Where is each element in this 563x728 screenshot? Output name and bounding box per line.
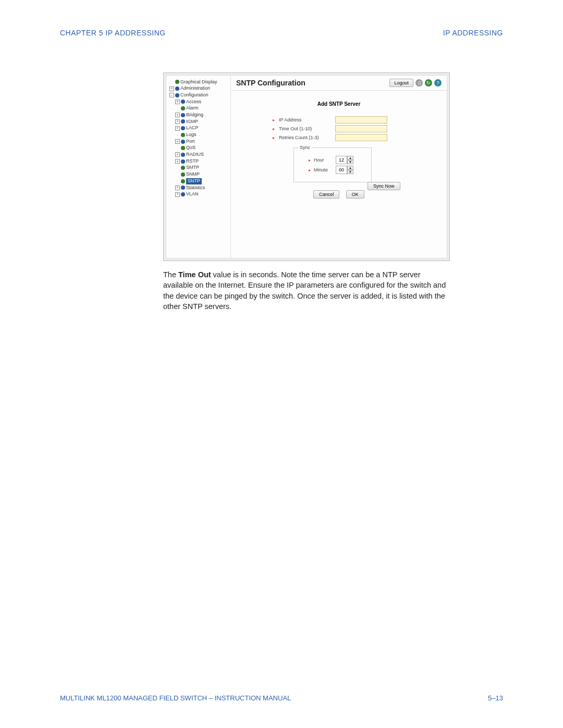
sync-now-button[interactable]: Sync Now (368, 182, 400, 190)
tree-configuration[interactable]: −Configuration (169, 92, 228, 98)
tree-access[interactable]: +Access (175, 98, 228, 105)
ip-address-field[interactable] (335, 116, 387, 124)
tree-snmp[interactable]: SNMP (181, 171, 228, 178)
timeout-label: Time Out (1-10) (279, 126, 331, 131)
tree-sntp[interactable]: SNTP (181, 178, 228, 184)
sync-legend: Sync (298, 145, 312, 150)
sync-group: Sync ▸Hour ▲▼ ▸Minute ▲▼ (293, 147, 372, 182)
minute-field[interactable] (336, 166, 347, 174)
bullet-icon: ▸ (309, 168, 311, 172)
footer-right: 5–13 (488, 694, 503, 702)
hour-field[interactable] (336, 156, 347, 164)
retries-label: Retries Count (1-3) (279, 135, 331, 140)
page-title: SNTP Configuration (236, 79, 305, 87)
up-icon[interactable]: ▲ (347, 166, 353, 170)
minute-label: Minute (314, 167, 333, 172)
body-paragraph: The Time Out value is in seconds. Note t… (163, 269, 450, 312)
retries-field[interactable] (335, 134, 387, 141)
tree-port[interactable]: +Port (175, 138, 228, 145)
tree-bridging[interactable]: +Bridging (175, 112, 228, 118)
tree-administration[interactable]: +Administration (169, 85, 228, 92)
tree-lacp[interactable]: +LACP (175, 125, 228, 132)
ip-address-label: IP Address (279, 117, 331, 122)
nav-tree: Graphical Display +Administration −Confi… (166, 76, 230, 258)
tree-igmp[interactable]: +IGMP (175, 118, 228, 125)
down-icon[interactable]: ▼ (347, 170, 353, 174)
tree-statistics[interactable]: +Statistics (175, 184, 228, 191)
up-icon[interactable]: ▲ (347, 156, 353, 160)
tree-graphical-display[interactable]: Graphical Display (169, 79, 228, 85)
help-icon[interactable]: ? (434, 79, 442, 87)
bullet-icon: ▸ (273, 127, 275, 131)
header-left: CHAPTER 5 IP ADDRESSING (60, 29, 166, 37)
tree-logs[interactable]: Logs (181, 132, 228, 139)
logout-button[interactable]: Logout (389, 79, 413, 87)
refresh-icon[interactable]: ↻ (425, 79, 432, 87)
tree-qos[interactable]: QoS (181, 145, 228, 152)
print-icon[interactable]: ⎙ (415, 79, 423, 87)
down-icon[interactable]: ▼ (347, 160, 353, 164)
minute-stepper[interactable]: ▲▼ (336, 166, 353, 174)
bullet-icon: ▸ (273, 118, 275, 122)
screenshot: Graphical Display +Administration −Confi… (163, 72, 450, 261)
cancel-button[interactable]: Cancel (313, 190, 339, 199)
form-heading: Add SNTP Server (247, 101, 431, 107)
bullet-icon: ▸ (273, 135, 275, 140)
tree-radius[interactable]: +RADIUS (175, 152, 228, 158)
footer-left: MULTILINK ML1200 MANAGED FIELD SWITCH – … (60, 694, 291, 702)
ok-button[interactable]: OK (346, 190, 364, 199)
bullet-icon: ▸ (309, 158, 311, 163)
tree-smtp[interactable]: SMTP (181, 165, 228, 171)
header-right: IP ADDRESSING (443, 29, 503, 37)
tree-rstp[interactable]: +RSTP (175, 158, 228, 165)
tree-alarm[interactable]: Alarm (181, 105, 228, 112)
tree-vlan[interactable]: +VLAN (175, 191, 228, 198)
hour-label: Hour (314, 157, 333, 163)
timeout-field[interactable] (335, 125, 387, 132)
hour-stepper[interactable]: ▲▼ (336, 156, 353, 164)
